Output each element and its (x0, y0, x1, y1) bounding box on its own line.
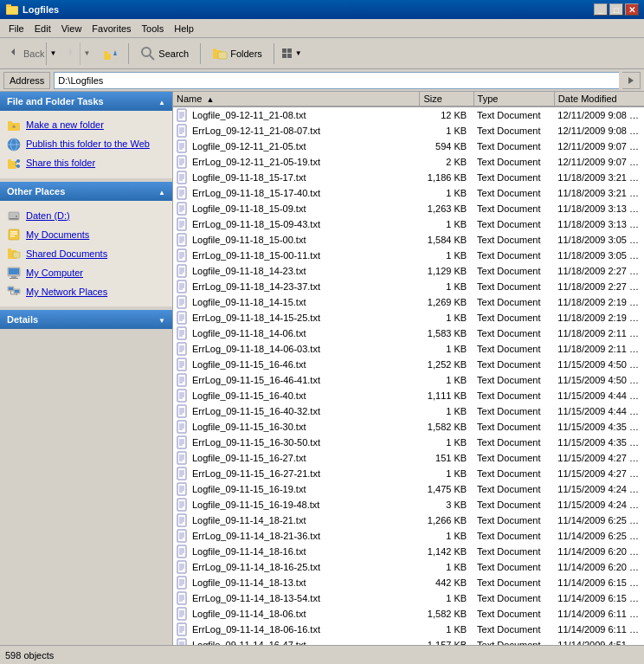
forward-button[interactable]: ▼ (61, 42, 93, 66)
other-places-header[interactable]: Other Places (0, 182, 172, 201)
status-text: 598 objects (5, 650, 54, 661)
table-row[interactable]: ErrLog_09-11-18_14-06-03.txt1 KBText Doc… (173, 341, 644, 357)
table-row[interactable]: Logfile_09-11-18_14-23.txt1,129 KBText D… (173, 263, 644, 279)
file-type-cell: Text Document (473, 154, 554, 170)
table-row[interactable]: ErrLog_09-11-18_15-17-40.txt1 KBText Doc… (173, 185, 644, 201)
table-row[interactable]: Logfile_09-11-14_18-16.txt1,142 KBText D… (173, 544, 644, 559)
daten-link[interactable]: Daten (D:) (3, 206, 169, 225)
svg-rect-52 (177, 125, 186, 137)
my-network-link[interactable]: My Network Places (3, 282, 169, 301)
table-row[interactable]: ErrLog_09-11-18_15-00-11.txt1 KBText Doc… (173, 248, 644, 263)
file-type-cell: Text Document (473, 403, 554, 419)
table-row[interactable]: ErrLog_09-12-11_21-08-07.txt1 KBText Doc… (173, 123, 644, 139)
file-name-text: ErrLog_09-11-15_16-46-41.txt (192, 375, 320, 385)
address-go-button[interactable] (622, 72, 641, 89)
title-bar: Logfiles _ □ ✕ (0, 0, 644, 19)
file-size-cell: 1,583 KB (420, 326, 473, 341)
file-date-cell: 11/18/2009 3:13 PM (554, 201, 644, 216)
search-button[interactable]: Search (132, 42, 196, 66)
table-row[interactable]: Logfile_09-11-15_16-27.txt151 KBText Doc… (173, 450, 644, 466)
table-row[interactable]: Logfile_09-11-15_16-19-48.txt3 KBText Do… (173, 497, 644, 513)
minimize-button[interactable]: _ (594, 3, 608, 16)
file-date-cell: 11/15/2009 4:50 PM (554, 357, 644, 372)
up-button[interactable] (95, 42, 125, 66)
make-new-folder-label: Make a new folder (26, 119, 104, 132)
maximize-button[interactable]: □ (609, 3, 623, 16)
table-row[interactable]: ErrLog_09-11-18_14-15-25.txt1 KBText Doc… (173, 310, 644, 326)
table-row[interactable]: ErrLog_09-11-14_18-06-16.txt1 KBText Doc… (173, 622, 644, 637)
svg-rect-34 (8, 248, 11, 251)
svg-rect-37 (9, 268, 19, 274)
views-button[interactable]: ▼ (278, 42, 306, 66)
table-row[interactable]: ErrLog_09-12-11_21-05-19.txt2 KBText Doc… (173, 154, 644, 170)
file-folder-tasks-header[interactable]: File and Folder Tasks (0, 92, 172, 111)
table-row[interactable]: Logfile_09-11-15_16-40.txt1,111 KBText D… (173, 388, 644, 403)
file-name-text: Logfile_09-11-18_14-06.txt (192, 328, 306, 338)
menu-edit[interactable]: Edit (29, 22, 56, 35)
table-row[interactable]: ErrLog_09-11-18_15-09-43.txt1 KBText Doc… (173, 216, 644, 232)
back-button[interactable]: Back ▼ (3, 42, 60, 66)
my-computer-link[interactable]: My Computer (3, 263, 169, 282)
file-size-cell: 1,111 KB (420, 388, 473, 403)
svg-rect-20 (8, 161, 16, 169)
table-row[interactable]: Logfile_09-12-11_21-08.txt12 KBText Docu… (173, 106, 644, 123)
table-row[interactable]: Logfile_09-12-11_21-05.txt594 KBText Doc… (173, 139, 644, 154)
file-name-cell: Logfile_09-11-14_18-13.txt (173, 575, 420, 590)
table-row[interactable]: Logfile_09-11-18_15-17.txt1,186 KBText D… (173, 170, 644, 185)
table-row[interactable]: Logfile_09-11-15_16-19.txt1,475 KBText D… (173, 481, 644, 497)
publish-folder-link[interactable]: Publish this folder to the Web (3, 135, 169, 154)
back-dropdown-icon[interactable]: ▼ (46, 42, 59, 65)
table-row[interactable]: Logfile_09-11-18_14-15.txt1,269 KBText D… (173, 294, 644, 310)
column-header-type[interactable]: Type (473, 92, 554, 106)
table-row[interactable]: Logfile_09-11-18_15-09.txt1,263 KBText D… (173, 201, 644, 216)
share-folder-link[interactable]: Share this folder (3, 154, 169, 173)
file-size-cell: 1,266 KB (420, 513, 473, 528)
file-size-cell: 151 KB (420, 450, 473, 466)
menu-help[interactable]: Help (169, 22, 199, 35)
table-row[interactable]: Logfile_09-11-14_18-13.txt442 KBText Doc… (173, 575, 644, 590)
close-button[interactable]: ✕ (625, 3, 639, 16)
folders-button[interactable]: Folders (204, 42, 270, 66)
table-row[interactable]: Logfile_09-11-15_16-30.txt1,582 KBText D… (173, 419, 644, 435)
file-name-cell: ErrLog_09-11-14_18-21-36.txt (173, 528, 420, 544)
details-title: Details (7, 314, 38, 325)
table-row[interactable]: Logfile_09-11-14_18-21.txt1,266 KBText D… (173, 513, 644, 528)
table-row[interactable]: ErrLog_09-11-14_18-21-36.txt1 KBText Doc… (173, 528, 644, 544)
details-header[interactable]: Details (0, 310, 172, 329)
menu-file[interactable]: File (3, 22, 29, 35)
file-date-cell: 11/14/2009 6:20 PM (554, 544, 644, 559)
my-documents-link[interactable]: My Documents (3, 225, 169, 244)
table-row[interactable]: Logfile_09-11-15_16-46.txt1,252 KBText D… (173, 357, 644, 372)
file-name-text: Logfile_09-11-18_15-09.txt (192, 203, 306, 214)
table-row[interactable]: ErrLog_09-11-15_16-46-41.txt1 KBText Doc… (173, 372, 644, 388)
table-row[interactable]: Logfile_09-11-14_16-47.txt1,157 KBText D… (173, 637, 644, 645)
forward-dropdown-icon[interactable]: ▼ (80, 42, 93, 65)
svg-rect-41 (9, 287, 13, 290)
menu-view[interactable]: View (56, 22, 87, 35)
table-row[interactable]: Logfile_09-11-14_18-06.txt1,582 KBText D… (173, 606, 644, 622)
column-header-size[interactable]: Size (420, 92, 473, 106)
address-input[interactable] (54, 72, 619, 89)
file-list[interactable]: Name ▲ Size Type Date Modified Logfile_0… (173, 92, 644, 645)
table-row[interactable]: ErrLog_09-11-14_18-16-25.txt1 KBText Doc… (173, 559, 644, 575)
table-row[interactable]: ErrLog_09-11-14_18-13-54.txt1 KBText Doc… (173, 590, 644, 606)
make-new-folder-link[interactable]: + Make a new folder (3, 116, 169, 135)
file-type-cell: Text Document (473, 248, 554, 263)
drive-icon (7, 209, 21, 222)
column-header-date[interactable]: Date Modified (554, 92, 644, 106)
svg-rect-157 (177, 452, 186, 464)
menu-tools[interactable]: Tools (137, 22, 170, 35)
svg-line-9 (150, 55, 154, 60)
table-row[interactable]: ErrLog_09-11-15_16-30-50.txt1 KBText Doc… (173, 435, 644, 450)
svg-rect-142 (177, 405, 186, 417)
table-row[interactable]: Logfile_09-11-18_15-00.txt1,584 KBText D… (173, 232, 644, 248)
file-date-cell: 12/11/2009 9:08 PM (554, 123, 644, 139)
menu-favorites[interactable]: Favorites (87, 22, 136, 35)
table-row[interactable]: ErrLog_09-11-15_16-40-32.txt1 KBText Doc… (173, 403, 644, 419)
table-row[interactable]: Logfile_09-11-18_14-06.txt1,583 KBText D… (173, 326, 644, 341)
column-header-name[interactable]: Name ▲ (173, 92, 420, 106)
table-row[interactable]: ErrLog_09-11-18_14-23-37.txt1 KBText Doc… (173, 279, 644, 294)
table-row[interactable]: ErrLog_09-11-15_16-27-21.txt1 KBText Doc… (173, 466, 644, 481)
shared-documents-link[interactable]: Shared Documents (3, 244, 169, 263)
file-name-cell: Logfile_09-11-15_16-19.txt (173, 481, 420, 497)
